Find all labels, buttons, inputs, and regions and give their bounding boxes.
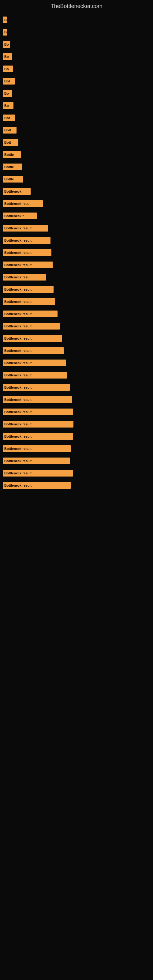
bar-item: Bottleneck result (3, 409, 73, 415)
bar-item: Bottleneck result (3, 470, 73, 477)
bar-row: Bottle (3, 162, 150, 171)
bar-item: Bo (3, 102, 13, 109)
bar-item: B (3, 16, 7, 23)
bar-item: Bot (3, 115, 15, 121)
bar-row: Bottleneck result (3, 248, 150, 257)
bar-item: Bottle (3, 164, 22, 170)
bar-row: Bottleneck result (3, 469, 150, 477)
bar-row: Bottleneck r (3, 212, 150, 220)
bar-row: Bottleneck result (3, 457, 150, 465)
bar-row: Bottleneck result (3, 371, 150, 379)
bar-row: Bottleneck result (3, 224, 150, 232)
bar-row: Bot (3, 114, 150, 122)
bar-item: Bo (3, 90, 12, 97)
bar-item: Bottle (3, 176, 23, 183)
bar-row: Bo (3, 52, 150, 61)
bar-item: Bo (3, 41, 10, 48)
bar-row: Bott (3, 126, 150, 134)
bar-row: Bottleneck (3, 187, 150, 196)
bar-item: Bottleneck result (3, 335, 62, 342)
bar-row: Bottleneck result (3, 481, 150, 490)
bar-item: Bottleneck result (3, 458, 70, 464)
bar-item: Bo (3, 53, 12, 60)
bar-item: B (3, 29, 7, 35)
bar-item: Bottleneck result (3, 433, 73, 440)
bar-row: Bottleneck result (3, 420, 150, 428)
bar-item: Bot (3, 78, 15, 84)
bar-item: Bottleneck r (3, 213, 37, 219)
bar-row: Bottleneck resu (3, 199, 150, 208)
bar-row: Bo (3, 40, 150, 49)
bar-row: Bottleneck result (3, 346, 150, 355)
bar-item: Bott (3, 139, 18, 146)
bar-item: Bo (3, 65, 13, 72)
bar-row: Bottleneck result (3, 383, 150, 392)
bar-row: Bottleneck result (3, 310, 150, 318)
bar-item: Bottleneck result (3, 237, 51, 244)
bar-row: Bo (3, 65, 150, 73)
bar-row: Bo (3, 89, 150, 98)
bar-item: Bottleneck result (3, 261, 53, 268)
bar-row: Bot (3, 77, 150, 86)
bar-row: Bottleneck result (3, 444, 150, 453)
bar-item: Bottleneck result (3, 360, 66, 366)
bar-row: Bottleneck result (3, 285, 150, 294)
bar-item: Bottleneck resu (3, 200, 43, 207)
bar-row: Bottle (3, 175, 150, 183)
bar-row: Bottleneck result (3, 334, 150, 343)
bar-row: Bott (3, 138, 150, 147)
bar-item: Bottleneck result (3, 286, 54, 293)
bar-item: Bottleneck result (3, 396, 72, 403)
bar-item: Bottleneck result (3, 482, 71, 489)
bar-item: Bottleneck result (3, 384, 70, 391)
bar-row: Bottleneck result (3, 395, 150, 404)
bar-item: Bottleneck result (3, 310, 57, 317)
bar-item: Bottleneck result (3, 347, 64, 354)
bar-row: Bottleneck result (3, 407, 150, 416)
bar-row: B (3, 16, 150, 24)
bar-row: Bottleneck result (3, 298, 150, 306)
bar-item: Bottleneck result (3, 249, 51, 256)
bar-item: Bottleneck result (3, 372, 67, 379)
bar-item: Bottleneck result (3, 445, 71, 452)
bar-row: B (3, 28, 150, 37)
bars-container: BBBoBoBoBotBoBoBotBottBottBottleBottleBo… (0, 11, 153, 496)
bar-row: Bo (3, 101, 150, 110)
bar-item: Bottleneck (3, 188, 30, 195)
bar-item: Bottleneck result (3, 298, 55, 305)
bar-row: Bottleneck resu (3, 273, 150, 282)
bar-row: Bottle (3, 150, 150, 159)
site-title: TheBottlenecker.com (0, 0, 153, 11)
bar-row: Bottleneck result (3, 359, 150, 367)
bar-item: Bottleneck result (3, 323, 60, 329)
bar-item: Bottleneck resu (3, 274, 46, 280)
bar-item: Bottleneck result (3, 421, 73, 428)
bar-row: Bottleneck result (3, 432, 150, 441)
bar-row: Bottleneck result (3, 322, 150, 331)
bar-row: Bottleneck result (3, 236, 150, 245)
bar-item: Bottle (3, 151, 21, 158)
bar-item: Bott (3, 127, 16, 134)
bar-item: Bottleneck result (3, 225, 48, 232)
bar-row: Bottleneck result (3, 261, 150, 269)
